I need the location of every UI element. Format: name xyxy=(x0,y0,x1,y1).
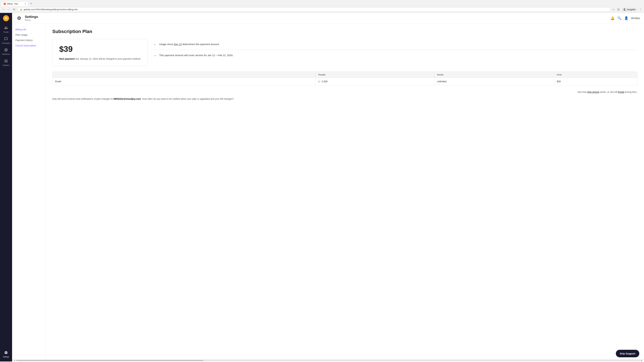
scroll-left-arrow[interactable]: ◀ xyxy=(13,359,16,362)
main-content: Settings Billing 🔔 🔍 👤 Moodjoy Billing I… xyxy=(12,13,644,362)
star-icon[interactable]: ☆ xyxy=(612,7,615,11)
browser-chrome: D Billing · Drip × + ← → ↻ 🔒 getdrip.com… xyxy=(0,0,644,13)
address-bar-row: ← → ↻ 🔒 getdrip.com/7641396/settings/bil… xyxy=(0,6,644,13)
next-payment-text: Next payment due January 12, 2024 will b… xyxy=(59,57,141,61)
page-content: Subscription Plan $39 Next payment due J… xyxy=(46,23,644,359)
coverage-info-text: This payment amount will cover service f… xyxy=(159,53,233,57)
active-tab[interactable]: D Billing · Drip × xyxy=(1,1,28,6)
invoice-text-after: . How often do you want to be notified w… xyxy=(141,97,234,100)
search-icon[interactable]: 🔍 xyxy=(617,16,622,20)
nav-billing-info[interactable]: Billing Info xyxy=(12,27,46,32)
header-subtitle: Billing xyxy=(25,19,608,21)
people-icon xyxy=(4,26,8,30)
sidebar-item-analytics[interactable]: Analytics xyxy=(1,57,12,68)
table-cell-sends: unlimited xyxy=(434,78,554,85)
header-actions: 🔔 🔍 👤 Moodjoy xyxy=(610,16,640,20)
analytics-icon xyxy=(4,59,8,64)
table-header-cost: Cost xyxy=(554,72,637,78)
scroll-right-arrow[interactable]: ▶ xyxy=(640,359,643,362)
next-payment-label: Next payment xyxy=(59,57,75,60)
next-payment-detail: due January 12, 2024 will be charged to … xyxy=(75,57,141,60)
table-header-type xyxy=(52,72,316,78)
pricing-footer-text: See how Drip pricing works, or see full … xyxy=(52,90,637,94)
user-name[interactable]: Moodjoy xyxy=(631,17,640,19)
address-text: getdrip.com/7641396/settings/billing?sec… xyxy=(24,8,608,11)
nav-plan-usage[interactable]: Plan Usage xyxy=(12,32,46,37)
table-row: Email 1 - 2,500 unlimited $39 xyxy=(52,78,637,85)
nav-cancel-subscription[interactable]: Cancel Subscription xyxy=(12,43,46,48)
people-label: People xyxy=(3,31,8,33)
scroll-track[interactable] xyxy=(16,360,640,361)
left-arrow-icon: ← xyxy=(153,42,156,46)
incognito-badge[interactable]: 🕵 Incognito xyxy=(622,8,637,11)
header-title-block: Settings Billing xyxy=(25,15,608,21)
workflows-label: Workflows xyxy=(2,53,10,55)
invoice-footer-text: Drip will send invoices and notification… xyxy=(52,97,637,101)
price-amount: $39 xyxy=(59,44,141,54)
email-pricing-link[interactable]: Email xyxy=(618,91,624,93)
info-panel-usage: ← Usage since Dec 12 determines this pay… xyxy=(153,39,637,50)
invoice-text-before: Drip will send invoices and notification… xyxy=(52,97,114,100)
price-card: $39 Next payment due January 12, 2024 wi… xyxy=(52,39,148,66)
settings-label: Settings xyxy=(3,356,9,358)
tab-bar: D Billing · Drip × + xyxy=(0,0,644,6)
tab-close-button[interactable]: × xyxy=(25,3,26,5)
top-header: Settings Billing 🔔 🔍 👤 Moodjoy xyxy=(12,13,644,23)
back-button[interactable]: ← xyxy=(2,7,6,12)
table-cell-people: 1 - 2,500 xyxy=(316,78,434,85)
drip-support-button[interactable]: Drip Support xyxy=(616,350,639,357)
table-cell-cost: $39 xyxy=(554,78,637,85)
info-panel-coverage: → This payment amount will cover service… xyxy=(153,50,637,61)
tab-title: Billing · Drip xyxy=(7,3,23,5)
cast-icon[interactable]: ⊡ xyxy=(617,7,620,11)
notification-icon[interactable]: 🔔 xyxy=(610,16,615,20)
subscription-area: $39 Next payment due January 12, 2024 wi… xyxy=(52,39,637,66)
app-logo[interactable] xyxy=(3,15,10,22)
body-area: Billing Info Plan Usage Payment History … xyxy=(12,23,644,359)
sidebar-item-settings[interactable]: Settings xyxy=(1,349,12,360)
workflows-icon xyxy=(4,48,8,53)
table-cell-type: Email xyxy=(52,78,316,85)
header-title: Settings xyxy=(25,15,608,19)
horizontal-scrollbar[interactable]: ◀ ▶ xyxy=(12,359,644,362)
logo-icon xyxy=(3,15,9,21)
secondary-sidebar: Billing Info Plan Usage Payment History … xyxy=(12,23,46,359)
left-sidebar: People Campaigns Workflows xyxy=(0,13,12,362)
svg-point-2 xyxy=(6,17,7,18)
sidebar-item-people[interactable]: People xyxy=(1,24,12,35)
date-underline: Dec 12 xyxy=(174,43,182,45)
usage-info-text: Usage since Dec 12 determines this payme… xyxy=(159,42,220,46)
new-tab-button[interactable]: + xyxy=(29,1,33,6)
menu-icon[interactable]: ⋮ xyxy=(639,7,642,11)
incognito-icon: 🕵 xyxy=(624,8,626,11)
app-container: People Campaigns Workflows xyxy=(0,13,644,362)
drip-pricing-link[interactable]: Drip pricing xyxy=(587,91,599,93)
user-avatar-icon[interactable]: 👤 xyxy=(624,16,628,20)
scroll-thumb[interactable] xyxy=(16,360,203,361)
header-settings-icon xyxy=(16,15,22,21)
incognito-label: Incognito xyxy=(627,8,635,11)
table-header-row: People Sends Cost xyxy=(52,72,637,78)
tab-favicon: D xyxy=(4,3,6,5)
billing-table: People Sends Cost Email 1 - 2,500 unlimi… xyxy=(52,71,637,85)
right-arrow-icon: → xyxy=(153,54,156,57)
campaigns-label: Campaigns xyxy=(2,42,10,44)
refresh-button[interactable]: ↻ xyxy=(12,7,16,12)
nav-payment-history[interactable]: Payment History xyxy=(12,37,46,43)
page-title: Subscription Plan xyxy=(52,29,637,34)
invoice-email: 89f4222e@moodjoy.com xyxy=(114,97,141,100)
address-bar[interactable]: 🔒 getdrip.com/7641396/settings/billing?s… xyxy=(17,7,611,12)
table-header-people: People xyxy=(316,72,434,78)
settings-icon xyxy=(4,351,8,355)
campaigns-icon xyxy=(4,37,8,41)
lock-icon: 🔒 xyxy=(20,8,22,11)
sidebar-item-workflows[interactable]: Workflows xyxy=(1,46,12,57)
sidebar-item-campaigns[interactable]: Campaigns xyxy=(1,35,12,46)
info-panels: ← Usage since Dec 12 determines this pay… xyxy=(153,39,637,61)
svg-point-1 xyxy=(5,17,6,18)
analytics-label: Analytics xyxy=(3,64,10,66)
toolbar-icons: ☆ ⊡ 🕵 Incognito ⋮ xyxy=(612,7,642,11)
table-header-sends: Sends xyxy=(434,72,554,78)
forward-button[interactable]: → xyxy=(7,7,11,12)
